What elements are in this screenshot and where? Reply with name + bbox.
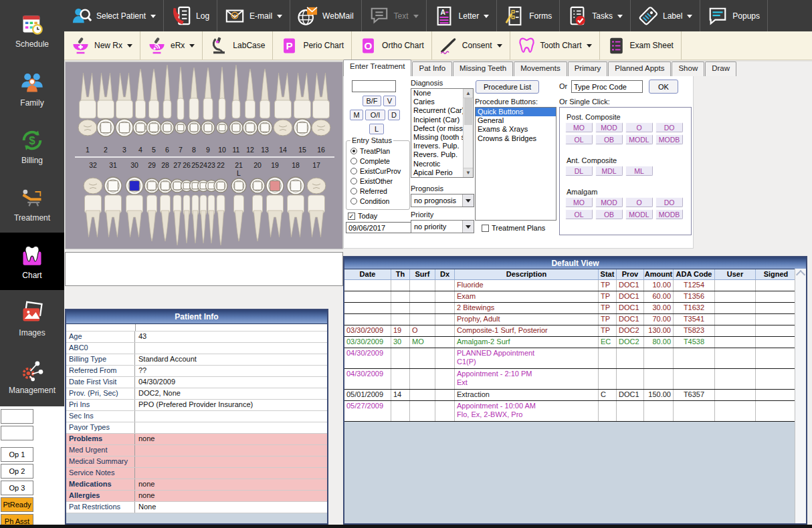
quick-button-amalgam-ob[interactable]: OB: [595, 209, 623, 219]
consent-button[interactable]: Consent: [432, 31, 510, 59]
today-checkbox-box[interactable]: ✓: [348, 213, 355, 220]
labcase-button[interactable]: LabCase: [203, 31, 273, 59]
column-header-dx[interactable]: Dx: [435, 269, 455, 279]
tooth-chart-button[interactable]: Tooth Chart: [510, 31, 600, 59]
priority-select[interactable]: no priority: [411, 220, 474, 233]
column-header-surf[interactable]: Surf: [410, 269, 435, 279]
ortho-chart-button[interactable]: OOrtho Chart: [352, 31, 432, 59]
patient-info-row-medications[interactable]: Medicationsnone: [66, 479, 327, 491]
sidebar-item-management[interactable]: Management: [0, 348, 64, 405]
diagnosis-item[interactable]: Defect (or miss: [411, 124, 464, 133]
patient-info-row-abc0[interactable]: ABC0: [66, 343, 327, 354]
chevron-down-icon[interactable]: [462, 194, 474, 207]
treatment-plans-checkbox[interactable]: Treatment Plans: [482, 224, 545, 232]
diagnosis-scrollbar[interactable]: ▲ ▼: [463, 89, 473, 177]
tab-draw[interactable]: Draw: [705, 61, 736, 76]
column-header-description[interactable]: Description: [455, 269, 599, 279]
tab-missing-teeth[interactable]: Missing Teeth: [453, 61, 513, 76]
radio-icon[interactable]: [350, 148, 357, 154]
column-header-th[interactable]: Th: [391, 269, 410, 279]
procedure-row[interactable]: 2 BitewingsTPDOC130.00T1632: [344, 303, 806, 314]
tasks-button[interactable]: Tasks: [560, 0, 631, 31]
column-header-signed[interactable]: Signed: [756, 269, 797, 279]
sidebar-item-treatment[interactable]: Treatment: [0, 175, 64, 233]
quick-button-amalgam-ol[interactable]: OL: [565, 209, 593, 219]
chevron-down-icon[interactable]: [413, 15, 419, 21]
chevron-down-icon[interactable]: [127, 44, 132, 50]
forms-button[interactable]: Forms: [497, 0, 560, 31]
entry-status-radio-condition[interactable]: Condition: [350, 196, 409, 206]
tooth-chart-svg[interactable]: 1234567891011121314151632313029282726252…: [66, 62, 342, 249]
diagnosis-item[interactable]: Necrotic: [411, 160, 464, 168]
radio-icon[interactable]: [350, 158, 357, 164]
new-rx-button[interactable]: New Rx: [64, 31, 140, 59]
diagnosis-listbox[interactable]: NoneCariesRecurrent (Car)Incipient (Car)…: [411, 88, 474, 178]
tooth-number-input[interactable]: [352, 80, 396, 92]
today-checkbox[interactable]: ✓ Today: [348, 212, 377, 220]
scroll-up-icon[interactable]: [796, 270, 805, 279]
patient-info-row-problems[interactable]: Problemsnone: [66, 434, 327, 445]
op-button-op-1[interactable]: Op 1: [1, 447, 33, 462]
patient-info-row-payor-types[interactable]: Payor Types: [66, 422, 327, 434]
diagnosis-item[interactable]: Incipient (Car): [411, 116, 464, 124]
text-button[interactable]: Text: [362, 0, 427, 31]
patient-info-row-medical-summary[interactable]: Medical Summary: [66, 456, 327, 468]
sidebar-item-billing[interactable]: $Billing: [0, 118, 64, 175]
prognosis-select[interactable]: no prognosis: [411, 194, 474, 207]
tab-planned-appts[interactable]: Planned Appts: [608, 61, 671, 76]
op-button-op-2[interactable]: Op 2: [1, 464, 33, 479]
e-mail-button[interactable]: E-mail: [217, 0, 290, 31]
procedure-category-item[interactable]: General: [476, 116, 556, 125]
chevron-down-icon[interactable]: [484, 15, 489, 21]
column-header-amount[interactable]: Amount: [644, 269, 674, 279]
exam-sheet-button[interactable]: Exam Sheet: [600, 31, 682, 59]
procedure-row[interactable]: Prophy, AdultTPDOC170.00T3541: [344, 314, 806, 325]
quick-button-amalgam-do[interactable]: DO: [655, 197, 683, 207]
sidebar-item-images[interactable]: Images: [0, 290, 64, 348]
tab-enter-treatment[interactable]: Enter Treatment: [343, 59, 411, 76]
diagnosis-item[interactable]: None: [411, 89, 464, 98]
column-header-user[interactable]: User: [715, 269, 756, 279]
procedure-category-item[interactable]: Quick Buttons: [476, 108, 556, 116]
diagnosis-item[interactable]: Revers. Pulp.: [411, 150, 464, 159]
radio-icon[interactable]: [350, 168, 357, 174]
procedure-row[interactable]: ExamTPDOC160.00T1356: [344, 291, 806, 303]
quick-button-amalgam-mo[interactable]: MO: [565, 197, 593, 207]
procedure-row[interactable]: 05/01/200914ExtractionCDOC1150.00T6357: [344, 390, 806, 401]
column-header-stat[interactable]: Stat: [599, 269, 617, 279]
erx-button[interactable]: eRx: [140, 31, 203, 59]
scroll-thumb[interactable]: [464, 98, 472, 125]
patient-info-row-pri-ins[interactable]: Pri InsPPO (Prefered Provider Insurance): [66, 400, 327, 411]
diagnosis-item[interactable]: Irrevers. Pulp.: [411, 142, 464, 150]
perio-chart-button[interactable]: PPerio Chart: [273, 31, 352, 59]
surface-bf-button[interactable]: B/F: [363, 96, 381, 106]
sidebar-item-chart[interactable]: Chart: [0, 233, 64, 290]
procedure-row[interactable]: FluorideTPDOC110.00T1254: [344, 280, 806, 291]
scroll-down-arrow[interactable]: ▼: [464, 168, 473, 177]
entry-status-radio-referred[interactable]: Referred: [350, 186, 409, 196]
procedure-category-item[interactable]: Crowns & Bridges: [476, 134, 556, 143]
patient-info-row-sec-ins[interactable]: Sec Ins: [66, 411, 327, 422]
surface-m-button[interactable]: M: [350, 110, 363, 120]
quick-button-ant-composite-mdl[interactable]: MDL: [595, 166, 623, 176]
quick-button-post-composite-modb[interactable]: MODB: [655, 134, 683, 144]
patient-info-row-service-notes[interactable]: Service Notes: [66, 468, 327, 479]
procedure-row[interactable]: 04/30/2009PLANNED AppointmentC1(P): [344, 348, 806, 369]
chevron-down-icon[interactable]: [462, 221, 474, 233]
quick-button-post-composite-mod[interactable]: MOD: [595, 122, 623, 132]
surface-l-button[interactable]: L: [369, 124, 384, 134]
tooth-chart-graphic[interactable]: 1234567891011121314151632313029282726252…: [65, 61, 343, 249]
quick-button-amalgam-mod[interactable]: MOD: [595, 197, 623, 207]
quick-button-post-composite-ol[interactable]: OL: [565, 134, 593, 144]
quick-button-post-composite-o[interactable]: O: [625, 122, 653, 132]
quick-button-post-composite-modl[interactable]: MODL: [625, 134, 653, 144]
op-button-empty[interactable]: [1, 409, 33, 424]
radio-icon[interactable]: [350, 188, 357, 194]
popups-button[interactable]: Popups: [700, 0, 768, 31]
letter-button[interactable]: ALetter: [427, 0, 498, 31]
entry-status-radio-existother[interactable]: ExistOther: [350, 176, 409, 186]
patient-info-row-referred-from[interactable]: Referred From??: [66, 366, 327, 377]
entry-status-radio-existcurprov[interactable]: ExistCurProv: [350, 166, 409, 176]
procedure-row[interactable]: 05/27/2009Appointment - 10:00 AMFlo, Ex,…: [344, 401, 806, 422]
tab-pat-info[interactable]: Pat Info: [412, 61, 452, 76]
